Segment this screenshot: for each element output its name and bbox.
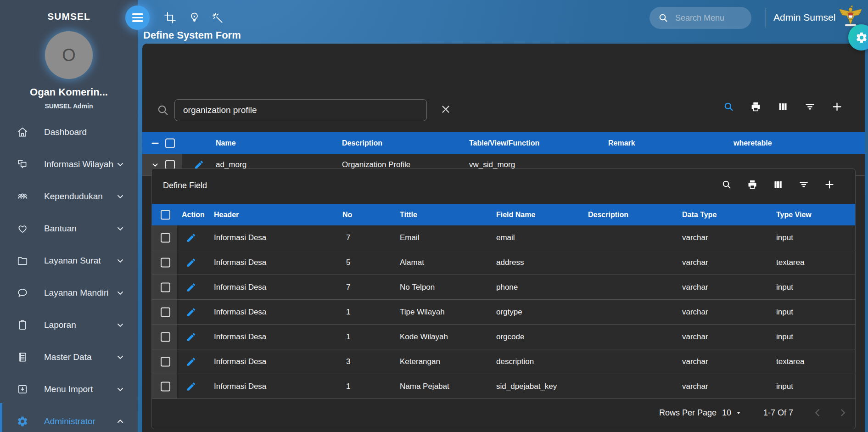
sidebar-item-layanan-mandiri[interactable]: Layanan Mandiri bbox=[0, 277, 138, 309]
deselect-minus-icon[interactable] bbox=[150, 138, 160, 148]
edit-pencil-icon[interactable] bbox=[186, 331, 196, 342]
column-header-table-view-function[interactable]: Table/View/Function bbox=[469, 139, 539, 147]
cell-no: 1 bbox=[346, 332, 350, 342]
next-page-chevron-icon[interactable] bbox=[837, 407, 849, 419]
column-header-header[interactable]: Header bbox=[214, 211, 239, 219]
lightbulb-icon[interactable] bbox=[188, 11, 201, 24]
sidebar-item-dashboard[interactable]: Dashboard bbox=[0, 116, 138, 148]
table-row[interactable]: Informasi Desa 1 Nama Pejabat sid_dpejab… bbox=[152, 374, 855, 399]
print-icon[interactable] bbox=[750, 101, 762, 112]
magic-wand-icon[interactable] bbox=[211, 11, 224, 24]
cell-data-type: varchar bbox=[682, 283, 708, 292]
column-header-wheretable[interactable]: wheretable bbox=[734, 139, 772, 147]
crop-icon[interactable] bbox=[164, 11, 176, 24]
column-header-name[interactable]: Name bbox=[216, 139, 236, 147]
row-checkbox[interactable] bbox=[161, 258, 170, 267]
main-area: Define System Form Admin Sumsel bbox=[138, 0, 868, 432]
menu-search[interactable] bbox=[650, 7, 751, 29]
table-row[interactable]: Informasi Desa 1 Tipe Wilayah orgtype va… bbox=[152, 300, 855, 325]
form-table-header: Name Description Table/View/Function Rem… bbox=[142, 132, 865, 154]
home-icon bbox=[17, 126, 28, 138]
column-header-description[interactable]: Description bbox=[588, 211, 628, 219]
sidebar-item-layanan-surat[interactable]: Layanan Surat bbox=[0, 245, 138, 277]
sidebar-item-informasi-wilayah[interactable]: Informasi Wilayah bbox=[0, 148, 138, 180]
sidebar-item-master-data[interactable]: Master Data bbox=[0, 341, 138, 373]
column-header-field-name[interactable]: Field Name bbox=[496, 211, 535, 219]
sidebar-item-laporan[interactable]: Laporan bbox=[0, 309, 138, 341]
cell-table-view-function: vw_sid_morg bbox=[469, 160, 515, 169]
cell-tittle: No Telpon bbox=[400, 283, 435, 292]
clear-search-icon[interactable] bbox=[440, 103, 452, 115]
table-search-input[interactable] bbox=[174, 99, 427, 121]
cell-tittle: Alamat bbox=[400, 258, 424, 267]
column-header-tittle[interactable]: Tittle bbox=[400, 211, 417, 219]
row-checkbox[interactable] bbox=[161, 332, 170, 342]
cell-no: 7 bbox=[346, 233, 350, 242]
edit-pencil-icon[interactable] bbox=[186, 282, 196, 292]
select-all-checkbox[interactable] bbox=[161, 210, 170, 219]
edit-pencil-icon[interactable] bbox=[186, 356, 196, 367]
cell-type-view: textarea bbox=[776, 357, 804, 366]
avatar[interactable]: O bbox=[45, 31, 93, 79]
column-header-data-type[interactable]: Data Type bbox=[682, 211, 717, 219]
search-icon[interactable] bbox=[721, 179, 732, 190]
app-root: SUMSEL O Ogan Komerin... SUMSEL Admin Da… bbox=[0, 0, 868, 432]
cell-data-type: varchar bbox=[682, 233, 708, 242]
rows-per-page-select[interactable]: 10 bbox=[722, 408, 742, 418]
select-all-checkbox[interactable] bbox=[165, 138, 175, 148]
table-row[interactable]: Informasi Desa 1 Kode Wilayah orgcode va… bbox=[152, 325, 855, 349]
chevron-up-icon[interactable] bbox=[116, 417, 125, 426]
chevron-down-icon[interactable] bbox=[116, 288, 125, 297]
add-icon[interactable] bbox=[831, 101, 843, 112]
cell-field-name: orgtype bbox=[496, 308, 522, 317]
admin-user-label[interactable]: Admin Sumsel bbox=[773, 12, 835, 23]
view-columns-icon[interactable] bbox=[773, 179, 784, 190]
avatar-letter: O bbox=[62, 45, 76, 65]
chevron-down-icon[interactable] bbox=[116, 256, 125, 265]
column-header-type-view[interactable]: Type View bbox=[776, 211, 812, 219]
chevron-down-icon[interactable] bbox=[116, 160, 125, 169]
view-columns-icon[interactable] bbox=[777, 101, 789, 112]
cell-header: Informasi Desa bbox=[214, 332, 266, 342]
column-header-action[interactable]: Action bbox=[182, 211, 205, 219]
chevron-down-icon[interactable] bbox=[116, 385, 125, 394]
chevron-down-icon[interactable] bbox=[116, 224, 125, 233]
row-checkbox[interactable] bbox=[161, 233, 170, 242]
edit-pencil-icon[interactable] bbox=[186, 257, 196, 268]
define-field-card: Define Field Action Header No Tittle Fie… bbox=[151, 168, 856, 429]
sidebar-scrollbar[interactable] bbox=[0, 403, 2, 432]
search-icon[interactable] bbox=[723, 101, 734, 112]
edit-pencil-icon[interactable] bbox=[186, 307, 196, 317]
table-row[interactable]: Informasi Desa 5 Alamat address varchar … bbox=[152, 250, 855, 275]
sidebar-item-label: Kependudukan bbox=[44, 191, 116, 202]
chevron-down-icon[interactable] bbox=[116, 192, 125, 201]
row-checkbox[interactable] bbox=[165, 160, 175, 169]
add-icon[interactable] bbox=[824, 179, 835, 190]
table-row[interactable]: Informasi Desa 7 No Telpon phone varchar… bbox=[152, 275, 855, 300]
filter-icon[interactable] bbox=[798, 179, 809, 190]
table-row[interactable]: Informasi Desa 7 Email email varchar inp… bbox=[152, 225, 855, 250]
sidebar-item-menu-import[interactable]: Menu Import bbox=[0, 373, 138, 405]
sidebar-item-administrator[interactable]: Administrator bbox=[0, 405, 138, 432]
row-checkbox[interactable] bbox=[161, 307, 170, 317]
edit-pencil-icon[interactable] bbox=[186, 381, 196, 392]
edit-pencil-icon[interactable] bbox=[186, 232, 196, 243]
row-checkbox[interactable] bbox=[161, 382, 170, 391]
previous-page-chevron-icon[interactable] bbox=[812, 407, 823, 419]
form-table-toolbar bbox=[723, 101, 843, 112]
row-checkbox[interactable] bbox=[161, 357, 170, 366]
print-icon[interactable] bbox=[747, 179, 758, 190]
row-checkbox[interactable] bbox=[161, 282, 170, 292]
column-header-description[interactable]: Description bbox=[342, 139, 382, 147]
chevron-down-icon[interactable] bbox=[116, 353, 125, 362]
sidebar-item-bantuan[interactable]: Bantuan bbox=[0, 213, 138, 245]
column-header-remark[interactable]: Remark bbox=[608, 139, 635, 147]
table-row[interactable]: Informasi Desa 3 Keterangan description … bbox=[152, 349, 855, 374]
filter-icon[interactable] bbox=[804, 101, 816, 112]
chevron-down-icon[interactable] bbox=[116, 320, 125, 330]
column-header-no[interactable]: No bbox=[342, 211, 352, 219]
sidebar-item-kependudukan[interactable]: Kependudukan bbox=[0, 180, 138, 213]
pagination: Rows Per Page 10 1-7 Of 7 bbox=[152, 401, 855, 425]
hamburger-menu-button[interactable] bbox=[125, 6, 150, 30]
menu-search-input[interactable] bbox=[675, 13, 739, 23]
